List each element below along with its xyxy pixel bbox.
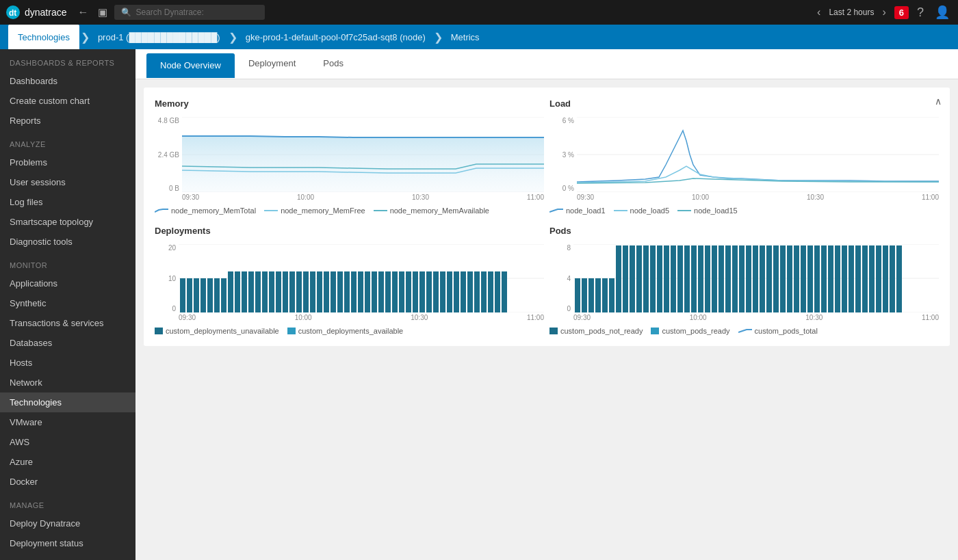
sidebar-item-applications[interactable]: Applications	[0, 274, 135, 293]
breadcrumb: Technologies ❯ prod-1 (██████████████) ❯…	[0, 25, 958, 49]
sidebar-item-reports[interactable]: Reports	[0, 111, 135, 131]
search-box[interactable]: 🔍	[114, 5, 265, 20]
legend-mem-available: node_memory_MemAvailable	[374, 206, 489, 215]
content-area: Node Overview Deployment Pods ∧ Memory 4…	[135, 49, 958, 560]
dep-xaxis: 09:30 10:00 10:30 11:00	[155, 314, 544, 321]
legend-pods-not-ready: custom_pods_not_ready	[549, 327, 643, 335]
sidebar-item-docker[interactable]: Docker	[0, 472, 135, 492]
svg-rect-89	[712, 245, 717, 312]
breadcrumb-item-node[interactable]: gke-prod-1-default-pool-0f7c25ad-sqt8 (n…	[239, 32, 432, 42]
sidebar-item-deploy-dynatrace[interactable]: Deploy Dynatrace	[0, 514, 135, 533]
sidebar-item-network[interactable]: Network	[0, 373, 135, 392]
svg-rect-34	[303, 271, 309, 312]
load-yaxis-mid: 3 %	[549, 151, 574, 159]
legend-dep-available: custom_deployments_available	[287, 327, 403, 335]
sidebar-item-create-custom-chart[interactable]: Create custom chart	[0, 91, 135, 111]
svg-rect-69	[575, 278, 580, 312]
memory-yaxis-mid: 2.4 GB	[155, 151, 179, 159]
load-yaxis-bot: 0 %	[549, 185, 574, 192]
back-button[interactable]: ←	[75, 6, 91, 18]
charts-row-2: Deployments 20 10 0	[155, 226, 939, 335]
sidebar-item-aws[interactable]: AWS	[0, 432, 135, 452]
svg-rect-18	[194, 278, 199, 312]
breadcrumb-item-metrics[interactable]: Metrics	[444, 32, 487, 42]
main-layout: Dashboards & reports Dashboards Create c…	[0, 49, 958, 560]
pods-chart-title: Pods	[549, 226, 939, 236]
breadcrumb-item-prod[interactable]: prod-1 (██████████████)	[91, 32, 227, 42]
svg-rect-101	[794, 245, 799, 312]
search-input[interactable]	[135, 8, 245, 17]
svg-rect-108	[842, 245, 847, 312]
svg-rect-86	[691, 245, 697, 312]
tab-node-overview[interactable]: Node Overview	[146, 53, 235, 78]
svg-rect-73	[602, 278, 608, 312]
sidebar-item-synthetic[interactable]: Synthetic	[0, 293, 135, 313]
svg-text:dt: dt	[9, 8, 16, 18]
alert-badge[interactable]: 6	[894, 6, 909, 19]
svg-rect-104	[814, 245, 820, 312]
svg-rect-55	[447, 271, 452, 312]
legend-mem-total: node_memory_MemTotal	[155, 206, 256, 215]
sidebar-item-diagnostic-tools[interactable]: Diagnostic tools	[0, 232, 135, 252]
memory-chart-title: Memory	[155, 98, 544, 109]
svg-rect-57	[461, 271, 466, 312]
sidebar-item-settings[interactable]: Settings	[0, 553, 135, 560]
svg-rect-118	[651, 328, 659, 334]
nav-next-button[interactable]: ›	[879, 6, 888, 18]
legend-load15: node_load15	[677, 206, 738, 215]
svg-rect-82	[664, 245, 669, 312]
svg-rect-84	[677, 245, 683, 312]
sidebar-item-transactions-services[interactable]: Transactions & services	[0, 313, 135, 333]
sidebar-item-databases[interactable]: Databases	[0, 333, 135, 353]
tab-deployment[interactable]: Deployment	[235, 49, 309, 79]
sidebar-item-smartscape-topology[interactable]: Smartscape topology	[0, 212, 135, 232]
breadcrumb-item-technologies[interactable]: Technologies	[8, 25, 79, 49]
svg-rect-58	[467, 271, 473, 312]
memory-yaxis-bot: 0 B	[155, 185, 179, 192]
sidebar-item-deployment-status[interactable]: Deployment status	[0, 533, 135, 553]
svg-rect-49	[406, 271, 411, 312]
svg-rect-39	[337, 271, 343, 312]
svg-rect-29	[269, 271, 274, 312]
svg-rect-22	[221, 278, 226, 312]
svg-rect-96	[760, 245, 765, 312]
section-label-dashboards: Dashboards & reports	[0, 49, 135, 71]
pods-yaxis-top: 8	[549, 244, 571, 252]
svg-rect-54	[440, 271, 445, 312]
svg-rect-17	[187, 278, 192, 312]
nav-prev-button[interactable]: ‹	[814, 6, 823, 18]
svg-rect-26	[248, 271, 254, 312]
pods-chart: Pods 8 4 0	[549, 226, 939, 335]
help-button[interactable]: ?	[914, 5, 927, 20]
sidebar-item-vmware[interactable]: VMware	[0, 412, 135, 432]
svg-rect-107	[835, 245, 840, 312]
sidebar-item-technologies[interactable]: Technologies	[0, 392, 135, 412]
svg-rect-98	[773, 245, 779, 312]
memory-yaxis-top: 4.8 GB	[155, 117, 179, 124]
memory-chart: Memory 4.8 GB 2.4 GB 0 B	[155, 98, 544, 215]
sidebar-item-hosts[interactable]: Hosts	[0, 353, 135, 373]
svg-rect-46	[385, 271, 391, 312]
sidebar-item-azure[interactable]: Azure	[0, 452, 135, 472]
svg-rect-24	[235, 271, 240, 312]
legend-mem-free: node_memory_MemFree	[264, 206, 365, 215]
svg-rect-31	[283, 271, 288, 312]
charts-container: ∧ Memory 4.8 GB 2.4 GB 0 B	[135, 79, 958, 360]
svg-rect-47	[392, 271, 398, 312]
sidebar-item-dashboards[interactable]: Dashboards	[0, 71, 135, 91]
sidebar-item-problems[interactable]: Problems	[0, 152, 135, 172]
sidebar-item-user-sessions[interactable]: User sessions	[0, 172, 135, 192]
sidebar-item-log-files[interactable]: Log files	[0, 192, 135, 212]
breadcrumb-sep-1: ❯	[81, 31, 90, 44]
svg-rect-78	[636, 245, 642, 312]
charts-row-1: Memory 4.8 GB 2.4 GB 0 B	[155, 98, 939, 215]
tab-pods[interactable]: Pods	[309, 49, 357, 79]
user-button[interactable]: 👤	[932, 5, 953, 20]
svg-rect-48	[399, 271, 404, 312]
collapse-button[interactable]: ∧	[935, 96, 942, 107]
deployments-chart-title: Deployments	[155, 226, 544, 236]
svg-rect-43	[365, 271, 370, 312]
svg-rect-76	[623, 245, 628, 312]
svg-rect-60	[481, 271, 487, 312]
pods-yaxis-mid: 4	[549, 275, 571, 282]
